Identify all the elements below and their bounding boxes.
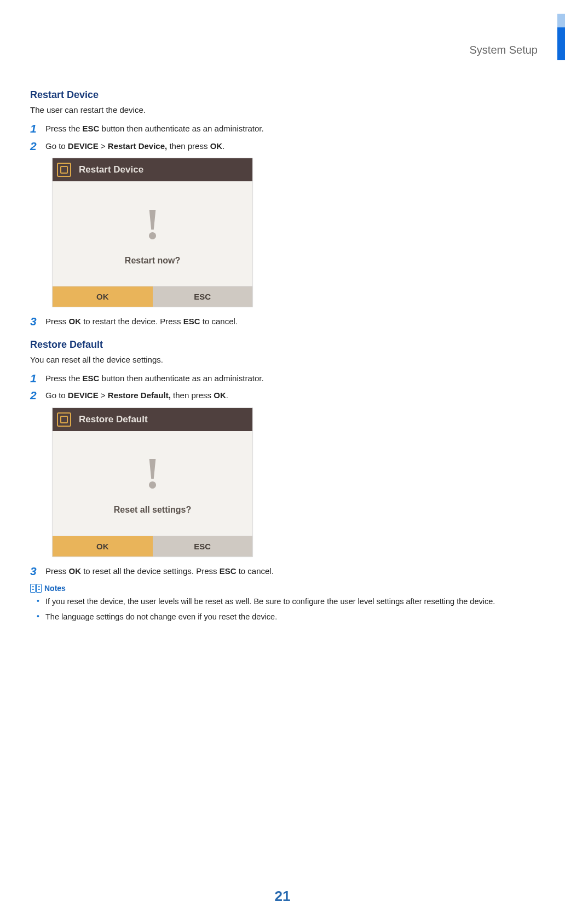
device-prompt: Reset all settings? (114, 505, 191, 515)
ok-button[interactable]: OK (53, 286, 153, 307)
step-number: 1 (30, 122, 45, 135)
page-content: Restart Device The user can restart the … (0, 56, 565, 623)
note-item: The language settings do not change even… (45, 611, 538, 622)
step-text: Go to DEVICE > Restart Device, then pres… (45, 140, 538, 153)
restore-device-screenshot: Restore Default ! Reset all settings? OK… (52, 408, 253, 557)
esc-button[interactable]: ESC (153, 536, 253, 556)
device-menu-icon (57, 163, 71, 177)
restore-step-3: 3 Press OK to reset all the device setti… (30, 565, 538, 578)
device-menu-icon (57, 412, 71, 427)
device-body: ! Restart now? (53, 181, 252, 286)
device-titlebar: Restore Default (53, 408, 252, 431)
restart-desc: The user can restart the device. (30, 105, 538, 114)
page-tab (557, 27, 565, 60)
section-title-restart: Restart Device (30, 89, 538, 101)
device-prompt: Restart now? (125, 256, 180, 266)
restore-steps-cont: 3 Press OK to reset all the device setti… (30, 565, 538, 578)
step-number: 1 (30, 372, 45, 384)
restart-steps: 1 Press the ESC button then authenticate… (30, 122, 538, 152)
notes-header: Notes (30, 584, 538, 593)
step-number: 3 (30, 315, 45, 328)
section-title-restore: Restore Default (30, 339, 538, 351)
device-title-text: Restart Device (76, 164, 143, 175)
device-title-text: Restore Default (76, 414, 148, 425)
page-number: 21 (0, 888, 565, 905)
notes-label: Notes (44, 584, 66, 593)
step-text: Press OK to restart the device. Press ES… (45, 315, 538, 328)
alert-icon: ! (145, 202, 160, 246)
notes-icon (30, 584, 42, 593)
restore-step-1: 1 Press the ESC button then authenticate… (30, 372, 538, 385)
step-number: 2 (30, 140, 45, 152)
esc-button[interactable]: ESC (153, 286, 253, 307)
device-title-icon-box (53, 158, 76, 181)
restart-step-3: 3 Press OK to restart the device. Press … (30, 315, 538, 328)
header-section-title: System Setup (469, 44, 538, 56)
restore-steps: 1 Press the ESC button then authenticate… (30, 372, 538, 402)
restore-desc: You can reset all the device settings. (30, 355, 538, 364)
page-tab-light (557, 14, 565, 27)
device-buttons: OK ESC (53, 286, 252, 307)
step-number: 3 (30, 565, 45, 577)
device-buttons: OK ESC (53, 536, 252, 556)
restart-step-2: 2 Go to DEVICE > Restart Device, then pr… (30, 140, 538, 153)
step-text: Press the ESC button then authenticate a… (45, 122, 538, 135)
ok-button[interactable]: OK (53, 536, 153, 556)
restart-steps-cont: 3 Press OK to restart the device. Press … (30, 315, 538, 328)
step-text: Press OK to reset all the device setting… (45, 565, 538, 578)
device-title-icon-box (53, 408, 76, 431)
restore-step-2: 2 Go to DEVICE > Restore Default, then p… (30, 389, 538, 402)
step-text: Press the ESC button then authenticate a… (45, 372, 538, 385)
step-text: Go to DEVICE > Restore Default, then pre… (45, 389, 538, 402)
step-number: 2 (30, 389, 45, 401)
page-header: System Setup (0, 0, 565, 56)
restart-device-screenshot: Restart Device ! Restart now? OK ESC (52, 158, 253, 307)
alert-icon: ! (145, 451, 160, 495)
note-item: If you reset the device, the user levels… (45, 596, 538, 607)
notes-list: If you reset the device, the user levels… (30, 596, 538, 623)
device-body: ! Reset all settings? (53, 431, 252, 536)
device-titlebar: Restart Device (53, 158, 252, 181)
restart-step-1: 1 Press the ESC button then authenticate… (30, 122, 538, 135)
